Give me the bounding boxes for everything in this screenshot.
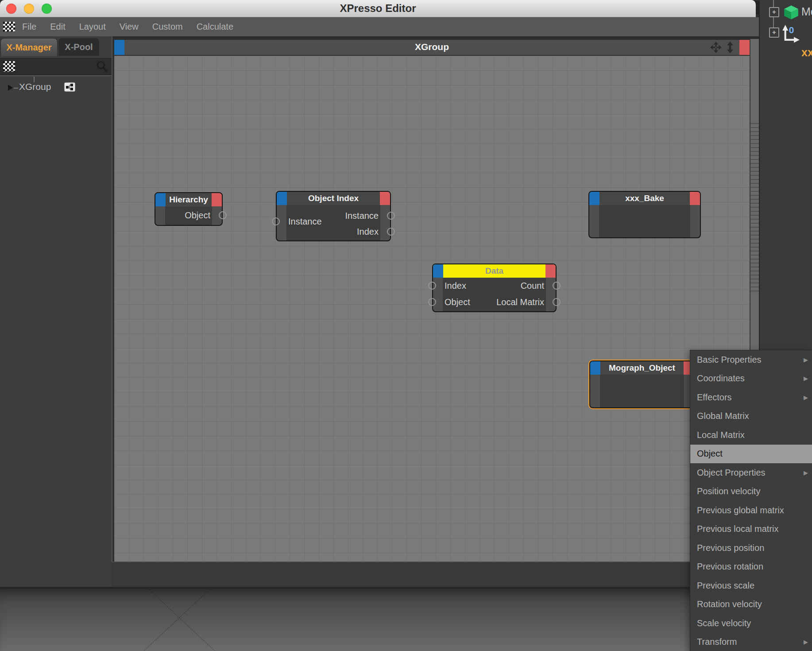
object-name-label: xxx_	[801, 46, 812, 59]
svg-text:0: 0	[789, 25, 794, 35]
divider	[0, 75, 112, 76]
node-xxx-bake[interactable]: xxx_Bake	[588, 191, 701, 238]
menu-item-previous-local-matrix[interactable]: Previous local matrix	[690, 520, 812, 539]
menu-item-global-matrix[interactable]: Global Matrix	[690, 407, 812, 426]
object-manager-row[interactable]: + 0 xxx_	[760, 22, 812, 41]
node-input-corner[interactable]	[433, 264, 443, 278]
input-port-label: Object	[445, 296, 470, 308]
menu-file[interactable]: File	[22, 22, 36, 32]
menu-item-previous-scale[interactable]: Previous scale	[690, 576, 812, 595]
node-title: Object Index	[287, 192, 380, 205]
xgroup-node-icon	[64, 82, 76, 92]
node-input-corner[interactable]	[155, 193, 166, 206]
input-port[interactable]	[428, 298, 436, 306]
group-output-corner[interactable]	[739, 40, 750, 55]
input-port[interactable]	[272, 217, 280, 225]
output-port[interactable]	[219, 211, 227, 219]
submenu-arrow-icon: ▶	[804, 469, 808, 476]
menu-item-scale-velocity[interactable]: Scale velocity	[690, 614, 812, 633]
canvas-grid[interactable]: Hierarchy Object Object Index Instance I…	[114, 56, 750, 562]
tree-item-label: XGroup	[19, 81, 51, 92]
scrollbar-texture	[750, 123, 760, 291]
node-output-corner[interactable]	[380, 192, 390, 205]
menu-item-effectors[interactable]: Effectors ▶	[690, 388, 812, 407]
output-port-label: Object	[185, 209, 210, 221]
output-port[interactable]	[553, 298, 561, 306]
node-object-index[interactable]: Object Index Instance Instance Index	[276, 191, 391, 241]
output-port-label: Local Matrix	[496, 296, 544, 308]
node-title: Mograph_Object	[600, 361, 684, 375]
object-name-label: Mog	[801, 5, 812, 18]
menu-item-coordinates[interactable]: Coordinates ▶	[690, 369, 812, 388]
tree-branch-line	[14, 88, 18, 89]
menu-item-transform[interactable]: Transform ▶	[690, 633, 812, 651]
scale-vertical-icon[interactable]	[724, 41, 736, 54]
null-object-axis-icon: 0	[781, 25, 800, 43]
window-bottom-band	[112, 562, 759, 588]
menu-item-previous-position[interactable]: Previous position	[690, 539, 812, 558]
viewport-grid-line	[0, 589, 568, 651]
input-port-label: Instance	[288, 215, 322, 228]
object-manager-row[interactable]: + Mog	[760, 2, 812, 20]
menu-item-rotation-velocity[interactable]: Rotation velocity	[690, 595, 812, 614]
node-input-corner[interactable]	[589, 192, 599, 205]
menu-custom[interactable]: Custom	[152, 22, 183, 32]
drag-handle-icon[interactable]	[3, 22, 15, 32]
node-title: Data	[443, 264, 545, 278]
xgroup-header[interactable]: XGroup	[114, 40, 750, 56]
node-output-corner[interactable]	[545, 264, 556, 278]
node-output-corner[interactable]	[690, 192, 700, 205]
menu-item-previous-rotation[interactable]: Previous rotation	[690, 558, 812, 577]
node-mograph-object[interactable]: Mograph_Object	[589, 360, 695, 408]
menu-item-object[interactable]: Object	[690, 445, 812, 464]
input-port[interactable]	[428, 282, 436, 290]
menu-bar: File Edit Layout View Custom Calculate	[0, 17, 759, 38]
x-manager-panel: X-Manager X-Pool XGroup	[0, 36, 112, 587]
expand-plus-icon[interactable]: +	[769, 27, 779, 38]
node-hierarchy[interactable]: Hierarchy Object	[155, 192, 223, 226]
window-bottom-edge	[0, 587, 759, 589]
node-output-corner[interactable]	[212, 193, 222, 206]
submenu-arrow-icon: ▶	[804, 375, 808, 382]
submenu-arrow-icon: ▶	[804, 394, 808, 401]
input-port-label: Index	[445, 279, 466, 292]
menu-edit[interactable]: Edit	[50, 22, 65, 32]
output-port[interactable]	[387, 228, 395, 236]
node-title: xxx_Bake	[599, 192, 690, 205]
expand-triangle-icon[interactable]	[8, 85, 13, 91]
submenu-arrow-icon: ▶	[804, 356, 808, 363]
menu-view[interactable]: View	[120, 22, 139, 32]
tab-x-pool[interactable]: X-Pool	[58, 38, 99, 56]
move-icon[interactable]	[710, 41, 722, 54]
group-title: XGroup	[114, 42, 750, 52]
submenu-arrow-icon: ▶	[804, 639, 808, 645]
window-titlebar[interactable]: XPresso Editor	[0, 0, 756, 17]
menu-item-object-properties[interactable]: Object Properties ▶	[690, 463, 812, 482]
node-body	[599, 205, 690, 237]
expand-plus-icon[interactable]: +	[769, 7, 779, 17]
tab-x-manager[interactable]: X-Manager	[0, 38, 58, 56]
output-port[interactable]	[553, 282, 561, 290]
node-input-corner[interactable]	[277, 192, 287, 205]
menu-layout[interactable]: Layout	[79, 22, 106, 32]
node-editor-canvas[interactable]: XGroup Hierarchy Object	[114, 39, 750, 562]
output-port-label: Instance	[345, 209, 379, 222]
menu-item-previous-global-matrix[interactable]: Previous global matrix	[690, 501, 812, 520]
output-port-label: Index	[357, 225, 379, 238]
filter-handle-icon[interactable]	[3, 61, 15, 72]
node-title: Hierarchy	[166, 193, 212, 206]
menu-item-position-velocity[interactable]: Position velocity	[690, 482, 812, 501]
tree-item-xgroup[interactable]: XGroup	[0, 81, 112, 96]
search-input[interactable]	[0, 58, 112, 75]
viewport-grid-line	[0, 589, 568, 651]
menu-calculate[interactable]: Calculate	[197, 22, 233, 32]
node-data[interactable]: Data Index Count Object Local Matrix	[432, 264, 557, 312]
node-body	[600, 375, 684, 407]
menu-item-local-matrix[interactable]: Local Matrix	[690, 426, 812, 445]
menu-item-basic-properties[interactable]: Basic Properties ▶	[690, 350, 812, 369]
output-port[interactable]	[387, 212, 395, 220]
mograph-cloner-icon	[783, 4, 800, 21]
search-icon[interactable]	[96, 60, 108, 73]
node-input-corner[interactable]	[590, 361, 600, 375]
output-port-label: Count	[521, 279, 544, 292]
